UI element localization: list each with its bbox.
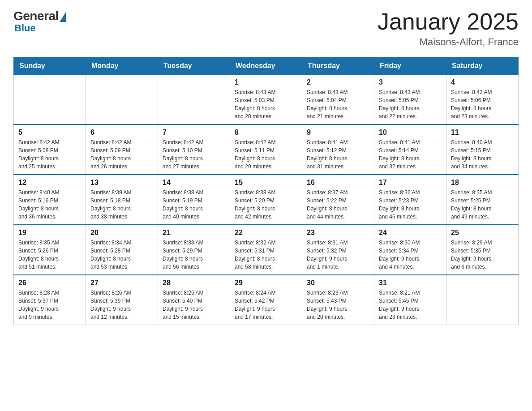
calendar-cell: 3Sunrise: 8:43 AM Sunset: 5:05 PM Daylig… (374, 75, 446, 125)
day-number: 8 (235, 128, 297, 137)
logo-general-text: General (13, 9, 59, 23)
day-number: 18 (451, 179, 514, 187)
day-number: 21 (163, 229, 225, 237)
calendar-cell (158, 75, 230, 125)
calendar-cell: 14Sunrise: 8:38 AM Sunset: 5:19 PM Dayli… (158, 175, 230, 225)
calendar-header-thursday: Thursday (302, 57, 374, 75)
day-info: Sunrise: 8:37 AM Sunset: 5:22 PM Dayligh… (307, 188, 369, 221)
calendar-week-row: 1Sunrise: 8:43 AM Sunset: 5:03 PM Daylig… (14, 75, 519, 125)
day-info: Sunrise: 8:42 AM Sunset: 5:10 PM Dayligh… (163, 138, 225, 171)
day-info: Sunrise: 8:43 AM Sunset: 5:04 PM Dayligh… (307, 88, 369, 120)
calendar-cell: 29Sunrise: 8:24 AM Sunset: 5:42 PM Dayli… (230, 275, 302, 325)
day-number: 12 (18, 179, 81, 187)
calendar-week-row: 12Sunrise: 8:40 AM Sunset: 5:16 PM Dayli… (14, 175, 519, 225)
day-info: Sunrise: 8:24 AM Sunset: 5:42 PM Dayligh… (235, 289, 297, 321)
calendar-cell: 23Sunrise: 8:31 AM Sunset: 5:32 PM Dayli… (302, 225, 374, 275)
day-number: 25 (451, 229, 514, 237)
day-number: 24 (379, 229, 442, 237)
day-info: Sunrise: 8:43 AM Sunset: 5:03 PM Dayligh… (235, 88, 297, 120)
day-number: 29 (235, 279, 297, 287)
day-info: Sunrise: 8:23 AM Sunset: 5:43 PM Dayligh… (307, 289, 369, 321)
day-info: Sunrise: 8:43 AM Sunset: 5:06 PM Dayligh… (451, 88, 514, 120)
day-number: 5 (18, 128, 81, 137)
day-number: 15 (235, 179, 297, 187)
day-number: 20 (90, 229, 153, 237)
day-info: Sunrise: 8:36 AM Sunset: 5:23 PM Dayligh… (379, 188, 442, 221)
calendar-cell: 16Sunrise: 8:37 AM Sunset: 5:22 PM Dayli… (302, 175, 374, 225)
calendar-cell: 10Sunrise: 8:41 AM Sunset: 5:14 PM Dayli… (374, 124, 446, 175)
day-number: 13 (90, 179, 153, 187)
day-number: 28 (163, 279, 225, 287)
calendar-cell: 4Sunrise: 8:43 AM Sunset: 5:06 PM Daylig… (446, 75, 519, 125)
calendar-cell: 15Sunrise: 8:38 AM Sunset: 5:20 PM Dayli… (230, 175, 302, 225)
day-number: 17 (379, 179, 442, 187)
calendar-cell: 22Sunrise: 8:32 AM Sunset: 5:31 PM Dayli… (230, 225, 302, 275)
day-info: Sunrise: 8:41 AM Sunset: 5:14 PM Dayligh… (379, 138, 442, 171)
logo-triangle-icon (60, 12, 66, 22)
day-info: Sunrise: 8:40 AM Sunset: 5:15 PM Dayligh… (451, 138, 514, 171)
day-number: 31 (379, 279, 442, 287)
calendar-cell: 9Sunrise: 8:41 AM Sunset: 5:12 PM Daylig… (302, 124, 374, 175)
calendar-cell (446, 275, 519, 325)
day-number: 6 (90, 128, 153, 137)
day-info: Sunrise: 8:31 AM Sunset: 5:32 PM Dayligh… (307, 239, 369, 271)
day-number: 1 (235, 78, 297, 86)
calendar-cell: 19Sunrise: 8:35 AM Sunset: 5:26 PM Dayli… (14, 225, 86, 275)
calendar-cell (14, 75, 86, 125)
calendar-week-row: 26Sunrise: 8:28 AM Sunset: 5:37 PM Dayli… (14, 275, 519, 325)
day-info: Sunrise: 8:39 AM Sunset: 5:18 PM Dayligh… (90, 188, 153, 221)
title-section: January 2025 Maisons-Alfort, France (378, 9, 519, 48)
day-number: 9 (307, 128, 369, 137)
day-info: Sunrise: 8:30 AM Sunset: 5:34 PM Dayligh… (379, 239, 442, 271)
day-info: Sunrise: 8:28 AM Sunset: 5:37 PM Dayligh… (18, 289, 81, 321)
calendar-cell: 11Sunrise: 8:40 AM Sunset: 5:15 PM Dayli… (446, 124, 519, 175)
calendar-cell: 12Sunrise: 8:40 AM Sunset: 5:16 PM Dayli… (14, 175, 86, 225)
calendar-title: January 2025 (378, 9, 519, 34)
calendar-cell (86, 75, 158, 125)
day-number: 4 (451, 78, 514, 86)
logo: General Blue (13, 9, 66, 34)
day-info: Sunrise: 8:25 AM Sunset: 5:40 PM Dayligh… (163, 289, 225, 321)
day-info: Sunrise: 8:34 AM Sunset: 5:28 PM Dayligh… (90, 239, 153, 271)
calendar-cell: 31Sunrise: 8:21 AM Sunset: 5:45 PM Dayli… (374, 275, 446, 325)
calendar-cell: 25Sunrise: 8:29 AM Sunset: 5:35 PM Dayli… (446, 225, 519, 275)
calendar-cell: 13Sunrise: 8:39 AM Sunset: 5:18 PM Dayli… (86, 175, 158, 225)
calendar-cell: 6Sunrise: 8:42 AM Sunset: 5:09 PM Daylig… (86, 124, 158, 175)
day-info: Sunrise: 8:43 AM Sunset: 5:05 PM Dayligh… (379, 88, 442, 120)
calendar-cell: 1Sunrise: 8:43 AM Sunset: 5:03 PM Daylig… (230, 75, 302, 125)
day-info: Sunrise: 8:38 AM Sunset: 5:20 PM Dayligh… (235, 188, 297, 221)
calendar-cell: 18Sunrise: 8:35 AM Sunset: 5:25 PM Dayli… (446, 175, 519, 225)
calendar-cell: 24Sunrise: 8:30 AM Sunset: 5:34 PM Dayli… (374, 225, 446, 275)
calendar-header-wednesday: Wednesday (230, 57, 302, 75)
day-number: 22 (235, 229, 297, 237)
day-info: Sunrise: 8:21 AM Sunset: 5:45 PM Dayligh… (379, 289, 442, 321)
day-number: 30 (307, 279, 369, 287)
calendar-header-row: SundayMondayTuesdayWednesdayThursdayFrid… (14, 57, 519, 75)
calendar-table: SundayMondayTuesdayWednesdayThursdayFrid… (13, 57, 519, 325)
day-info: Sunrise: 8:35 AM Sunset: 5:26 PM Dayligh… (18, 239, 81, 271)
calendar-cell: 21Sunrise: 8:33 AM Sunset: 5:29 PM Dayli… (158, 225, 230, 275)
day-info: Sunrise: 8:38 AM Sunset: 5:19 PM Dayligh… (163, 188, 225, 221)
calendar-week-row: 5Sunrise: 8:42 AM Sunset: 5:08 PM Daylig… (14, 124, 519, 175)
day-number: 11 (451, 128, 514, 137)
day-info: Sunrise: 8:29 AM Sunset: 5:35 PM Dayligh… (451, 239, 514, 271)
calendar-location: Maisons-Alfort, France (378, 36, 519, 48)
day-number: 23 (307, 229, 369, 237)
calendar-cell: 5Sunrise: 8:42 AM Sunset: 5:08 PM Daylig… (14, 124, 86, 175)
calendar-header-friday: Friday (374, 57, 446, 75)
day-info: Sunrise: 8:35 AM Sunset: 5:25 PM Dayligh… (451, 188, 514, 221)
calendar-cell: 30Sunrise: 8:23 AM Sunset: 5:43 PM Dayli… (302, 275, 374, 325)
calendar-cell: 7Sunrise: 8:42 AM Sunset: 5:10 PM Daylig… (158, 124, 230, 175)
day-number: 14 (163, 179, 225, 187)
day-info: Sunrise: 8:41 AM Sunset: 5:12 PM Dayligh… (307, 138, 369, 171)
calendar-cell: 17Sunrise: 8:36 AM Sunset: 5:23 PM Dayli… (374, 175, 446, 225)
page-header: General Blue January 2025 Maisons-Alfort… (13, 9, 519, 48)
calendar-cell: 8Sunrise: 8:42 AM Sunset: 5:11 PM Daylig… (230, 124, 302, 175)
day-info: Sunrise: 8:42 AM Sunset: 5:09 PM Dayligh… (90, 138, 153, 171)
day-number: 7 (163, 128, 225, 137)
calendar-header-saturday: Saturday (446, 57, 519, 75)
calendar-header-tuesday: Tuesday (158, 57, 230, 75)
day-number: 10 (379, 128, 442, 137)
day-number: 27 (90, 279, 153, 287)
day-number: 3 (379, 78, 442, 86)
